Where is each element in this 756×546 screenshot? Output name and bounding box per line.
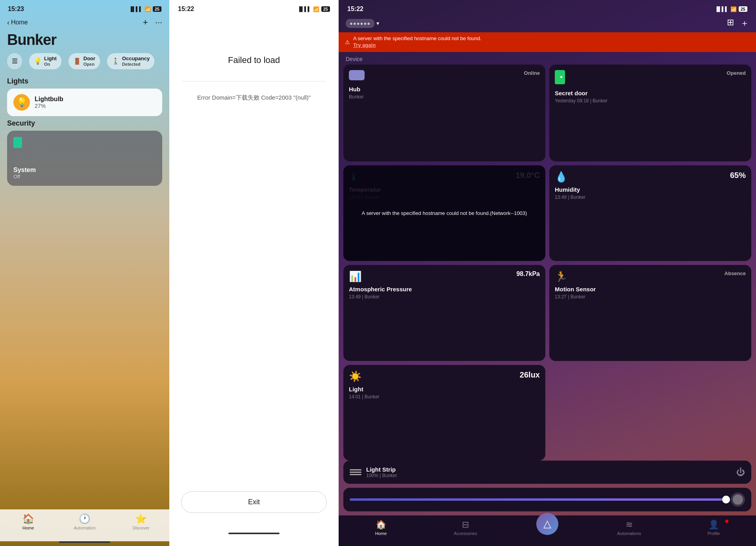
temp-tooltip-overlay: A server with the specified hostname cou…: [343, 165, 545, 261]
try-again-link[interactable]: Try again: [353, 42, 376, 48]
exit-button-area: Exit: [169, 491, 339, 533]
nav3-automations-icon: ≋: [626, 520, 633, 530]
light-strip-row[interactable]: Light Strip 100% | Bunker ⏻: [343, 461, 751, 484]
tab-item-partial[interactable]: ☰: [7, 53, 22, 69]
light-sensor-icon: ☀️: [349, 370, 540, 383]
motion-name: Motion Sensor: [555, 286, 746, 292]
device-tile-pressure[interactable]: 📊 98.7kPa Atmospheric Pressure 13:49 | B…: [343, 265, 545, 361]
nav3-home-icon: 🏠: [376, 520, 386, 530]
security-system-sub: Off: [13, 174, 156, 180]
back-button-1[interactable]: ‹ Home: [7, 19, 28, 27]
home-indicator-1: [59, 541, 110, 543]
device-tile-hub[interactable]: Online Hub Bunker: [343, 65, 545, 161]
device-tile-light-sensor[interactable]: ☀️ 26lux Light 14:01 | Bunker: [343, 365, 545, 461]
brightness-thumb[interactable]: [722, 496, 730, 503]
nav3-accessories[interactable]: ⊟ Accessories: [452, 520, 479, 536]
error-container: Failed to load Error Domain=下载失败 Code=20…: [169, 16, 339, 491]
wifi-icon-2: 📶: [313, 6, 319, 12]
security-section-title: Security: [0, 116, 169, 131]
humidity-icon: 💧: [555, 171, 746, 183]
header-actions-3: ⊞ ＋: [727, 17, 749, 29]
light-sensor-value: 26lux: [520, 370, 540, 379]
security-info: System Off: [13, 167, 156, 180]
pressure-name: Atmospheric Pressure: [349, 286, 540, 292]
device-tile-humidity[interactable]: 💧 65% Humidity 13:49 | Bunker: [549, 165, 751, 261]
home-selector[interactable]: ●●●●●● ▾: [346, 19, 379, 28]
tab-occupancy[interactable]: 🚶 Occupancy Detected: [107, 53, 154, 69]
pressure-icon: 📊: [349, 270, 540, 283]
lights-section-title: Lights: [0, 74, 169, 89]
nav3-center-icon: △: [543, 518, 551, 530]
tab-light[interactable]: 💡 Light On: [29, 53, 61, 69]
hub-sub: Bunker: [349, 94, 540, 100]
status-icons-2: ▐▌▌▌ 📶 25: [298, 6, 330, 12]
discover-tab-label: Discover: [133, 526, 150, 530]
home-tab-label: Home: [22, 526, 34, 530]
exit-button[interactable]: Exit: [181, 491, 327, 513]
error-banner-icon: ⚠: [345, 39, 350, 45]
light-strip-power-button[interactable]: ⏻: [736, 467, 745, 478]
status-bar-2: 15:22 ▐▌▌▌ 📶 25: [169, 0, 339, 16]
nav3-home[interactable]: 🏠 Home: [367, 520, 395, 536]
tab-light-sub: On: [44, 62, 57, 67]
nav3-automations[interactable]: ≋ Automations: [615, 520, 643, 536]
hub-icon: [349, 70, 365, 80]
more-button-1[interactable]: ···: [155, 17, 162, 28]
status-bar-1: 15:23 ▐▌▌▌ 📶 25: [0, 0, 169, 16]
nav-actions-1: + ···: [143, 17, 162, 28]
motion-sub: 13:27 | Bunker: [555, 294, 746, 300]
add-button-1[interactable]: +: [143, 17, 148, 28]
error-banner: ⚠ A server with the specified hostname c…: [339, 32, 756, 52]
hub-name: Hub: [349, 86, 540, 93]
humidity-name: Humidity: [555, 186, 746, 193]
lightbulb-card[interactable]: 💡 Lightbulb 27%: [7, 89, 162, 116]
automation-tab-icon: 🕐: [79, 513, 91, 524]
status-icons-3: ▐▌▌▌ 📶 25: [715, 6, 747, 12]
device-tile-motion[interactable]: 🏃 Absence Motion Sensor 13:27 | Bunker: [549, 265, 751, 361]
bottom-tab-home[interactable]: 🏠 Home: [15, 513, 42, 530]
bottom-tab-automation[interactable]: 🕐 Automation: [71, 513, 98, 530]
tab-light-labels: Light On: [44, 56, 57, 67]
screen3-header: ●●●●●● ▾ ⊞ ＋: [339, 16, 756, 32]
bottom-tab-discover[interactable]: ⭐ Discover: [127, 513, 155, 530]
hub-status: Online: [524, 70, 540, 76]
temp-tooltip-text: A server with the specified hostname cou…: [362, 210, 527, 217]
brightness-area: [343, 488, 751, 511]
tab-occupancy-main: Occupancy: [122, 56, 150, 62]
bottom-tab-bar-1: 🏠 Home 🕐 Automation ⭐ Discover: [0, 509, 169, 541]
back-chevron-icon: ‹: [7, 19, 9, 27]
nav3-profile[interactable]: 👤 Profile: [700, 520, 728, 536]
home-indicator-2: [228, 533, 280, 534]
tab-partial-icon: ☰: [12, 57, 17, 65]
screen3: 15:22 ▐▌▌▌ 📶 25 ●●●●●● ▾ ⊞ ＋ ⚠ A server …: [339, 0, 756, 546]
security-card[interactable]: System Off: [7, 131, 162, 186]
door-name: Secret door: [555, 90, 746, 96]
device-tile-door[interactable]: Opened Secret door Yesterday 09:18 | Bun…: [549, 65, 751, 161]
status-icons-1: ▐▌▌▌ 📶 25: [129, 6, 161, 12]
device-tile-temp[interactable]: 🌡 19.0°C Temperatur 13:49 | Bunker A ser…: [343, 165, 545, 261]
add-icon-3[interactable]: ＋: [740, 17, 749, 29]
signal-icon-3: ▐▌▌▌: [715, 6, 728, 12]
wifi-icon-3: 📶: [730, 6, 737, 12]
nav3-center-button[interactable]: △: [536, 513, 558, 535]
brightness-slider[interactable]: [350, 498, 727, 501]
back-label-1: Home: [11, 19, 28, 26]
lightbulb-name: Lightbulb: [35, 96, 63, 103]
brightness-circle-indicator: [731, 492, 745, 507]
light-strip-info: Light Strip 100% | Bunker: [366, 466, 732, 478]
humidity-value: 65%: [730, 171, 746, 180]
nav3-profile-label: Profile: [708, 531, 720, 536]
tab-door[interactable]: 🚪 Door Open: [69, 53, 100, 69]
pressure-sub: 13:49 | Bunker: [349, 294, 540, 300]
category-tabs: ☰ 💡 Light On 🚪 Door Open 🚶 Occupancy: [0, 53, 169, 74]
signal-icon-1: ▐▌▌▌: [129, 6, 143, 12]
status-bar-3: 15:22 ▐▌▌▌ 📶 25: [339, 0, 756, 16]
grid-icon[interactable]: ⊞: [727, 17, 734, 29]
nav-bar-1: ‹ Home + ···: [0, 16, 169, 30]
motion-status: Absence: [724, 270, 746, 276]
tab-light-main: Light: [44, 56, 57, 62]
tab-door-sub: Open: [83, 62, 95, 67]
door-status: Opened: [727, 70, 746, 76]
device-grid: Online Hub Bunker Opened Secret door Yes…: [339, 65, 756, 461]
lightbulb-icon: 💡: [13, 94, 30, 111]
